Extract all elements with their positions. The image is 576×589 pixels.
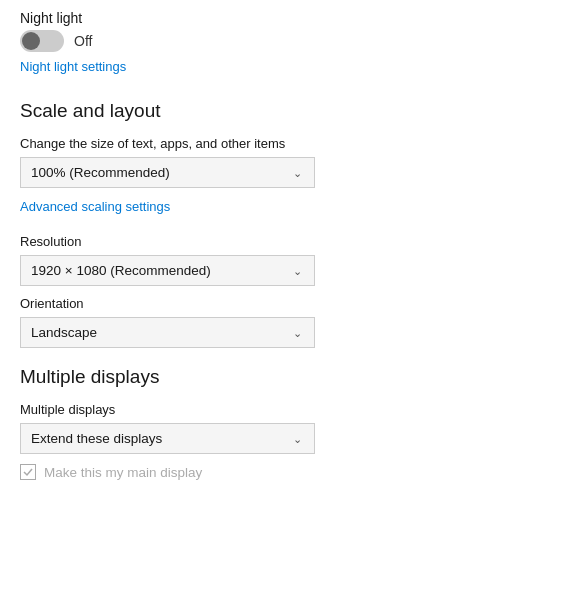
multiple-displays-heading: Multiple displays bbox=[20, 366, 556, 388]
size-dropdown[interactable]: 100% (Recommended) bbox=[20, 157, 315, 188]
night-light-toggle[interactable] bbox=[20, 30, 64, 52]
size-label: Change the size of text, apps, and other… bbox=[20, 136, 556, 151]
main-display-checkbox[interactable] bbox=[20, 464, 36, 480]
multiple-displays-label: Multiple displays bbox=[20, 402, 556, 417]
orientation-dropdown[interactable]: Landscape bbox=[20, 317, 315, 348]
resolution-label: Resolution bbox=[20, 234, 556, 249]
orientation-label: Orientation bbox=[20, 296, 556, 311]
night-light-label: Night light bbox=[20, 10, 556, 26]
advanced-scaling-link[interactable]: Advanced scaling settings bbox=[20, 199, 170, 214]
resolution-dropdown[interactable]: 1920 × 1080 (Recommended) bbox=[20, 255, 315, 286]
multiple-displays-dropdown[interactable]: Extend these displays bbox=[20, 423, 315, 454]
main-display-label: Make this my main display bbox=[44, 465, 202, 480]
night-light-settings-link[interactable]: Night light settings bbox=[20, 59, 126, 74]
night-light-toggle-state: Off bbox=[74, 33, 92, 49]
scale-layout-heading: Scale and layout bbox=[20, 100, 556, 122]
checkbox-check-icon bbox=[23, 467, 33, 477]
